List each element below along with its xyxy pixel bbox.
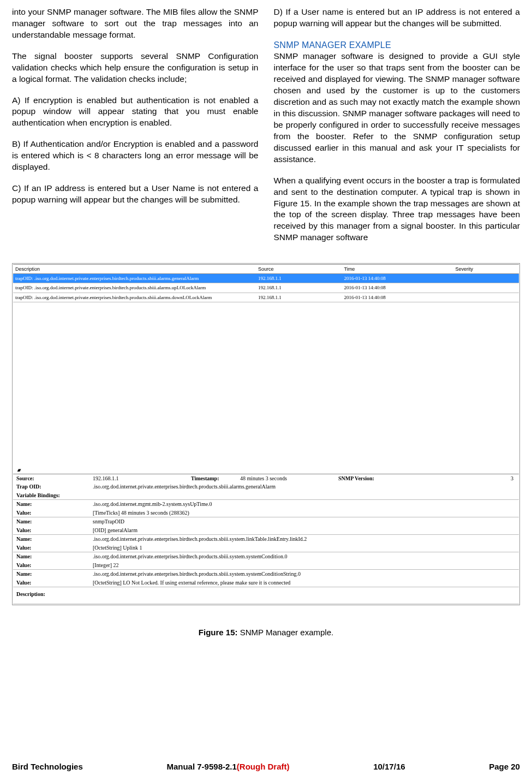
binding-name-value: .iso.org.dod.internet.private.enterprise… (89, 552, 519, 561)
footer-draft-tag: (Rough Draft) (237, 762, 290, 771)
binding-value-row: Value:[TimeTicks] 48 minutes 3 seconds (… (13, 509, 519, 517)
trap-cell: 192.168.1.1 (256, 293, 342, 302)
binding-name-label: Name: (13, 570, 89, 579)
paragraph: When a qualifying event occurs in the bo… (274, 175, 521, 244)
binding-name-value: .iso.org.dod.internet.private.enterprise… (89, 570, 519, 579)
binding-value-row: Value:[OID] generalAlarm (13, 526, 519, 535)
binding-name-row: Name:.iso.org.dod.internet.private.enter… (13, 552, 519, 561)
binding-value-value: [OctetString] LO Not Locked. If using ex… (89, 579, 519, 587)
binding-value-label: Value: (13, 561, 89, 570)
col-source[interactable]: Source (256, 265, 342, 274)
right-column: D) If a User name is entered but an IP a… (274, 7, 521, 253)
footer-company: Bird Technologies (12, 761, 83, 772)
splitter-handle-icon[interactable]: ▲ ▼ (16, 468, 20, 474)
binding-value-label: Value: (13, 509, 89, 517)
paragraph: into your SNMP manager software. The MIB… (12, 7, 259, 41)
trap-row[interactable]: trapOID: .iso.org.dod.internet.private.e… (13, 283, 519, 293)
trap-table: Description Source Time Severity trapOID… (13, 264, 519, 302)
trap-cell: 2016-01-13 14:40:08 (342, 293, 453, 302)
trap-oid-value: .iso.org.dod.internet.private.enterprise… (89, 482, 519, 491)
binding-value-label: Value: (13, 579, 89, 587)
figure-caption: Figure 15: SNMP Manager example. (12, 627, 520, 638)
trap-cell: trapOID: .iso.org.dod.internet.private.e… (13, 283, 256, 293)
trap-cell (453, 283, 519, 293)
footer-page: Page 20 (489, 761, 520, 772)
binding-name-row: Name:.iso.org.dod.internet.mgmt.mib-2.sy… (13, 500, 519, 509)
binding-value-row: Value:[Integer] 22 (13, 561, 519, 570)
binding-value-value: [OID] generalAlarm (89, 526, 519, 535)
list-item-b: B) If Authentication and/or Encryption i… (12, 139, 259, 173)
binding-value-value: [TimeTicks] 48 minutes 3 seconds (288362… (89, 509, 519, 517)
binding-name-row: Name:snmpTrapOID (13, 517, 519, 526)
binding-name-label: Name: (13, 552, 89, 561)
trap-row[interactable]: trapOID: .iso.org.dod.internet.private.e… (13, 293, 519, 302)
figure-caption-text: SNMP Manager example. (238, 628, 334, 637)
trap-table-empty-area: ▲ ▼ (13, 302, 519, 474)
timestamp-label: Timestamp: (188, 474, 237, 483)
list-item-d: D) If a User name is entered but an IP a… (274, 7, 521, 29)
binding-value-label: Value: (13, 544, 89, 552)
section-heading: SNMP MANAGER EXAMPLE (274, 39, 521, 51)
list-item-a: A) If encryption is enabled but authenti… (12, 95, 259, 129)
variable-bindings-label: Variable Bindings: (13, 491, 89, 500)
trap-cell: 2016-01-13 14:40:08 (342, 283, 453, 293)
list-item-c: C) If an IP address is entered but a Use… (12, 183, 259, 206)
trap-cell (453, 274, 519, 283)
trap-cell: trapOID: .iso.org.dod.internet.private.e… (13, 274, 256, 283)
page-footer: Bird Technologies Manual 7-9598-2.1(Roug… (12, 761, 520, 772)
paragraph: The signal booster supports several SNMP… (12, 51, 259, 85)
binding-value-row: Value:[OctetString] Uplink 1 (13, 544, 519, 552)
trap-oid-label: Trap OID: (13, 482, 89, 491)
paragraph: SNMP manager software is designed to pro… (274, 51, 521, 165)
binding-name-value: .iso.org.dod.internet.mgmt.mib-2.system.… (89, 500, 519, 509)
binding-name-value: .iso.org.dod.internet.private.enterprise… (89, 535, 519, 544)
trap-cell: 2016-01-13 14:40:08 (342, 274, 453, 283)
snmp-manager-screenshot: Description Source Time Severity trapOID… (12, 263, 520, 605)
footer-manual-number: Manual 7-9598-2.1 (166, 762, 236, 771)
timestamp-value: 48 minutes 3 seconds (237, 474, 335, 483)
source-label: Source: (13, 474, 89, 483)
footer-date: 10/17/16 (373, 761, 405, 772)
snmp-version-value: 3 (395, 474, 519, 483)
trap-table-header-row: Description Source Time Severity (13, 265, 519, 274)
trap-cell: trapOID: .iso.org.dod.internet.private.e… (13, 293, 256, 302)
left-column: into your SNMP manager software. The MIB… (12, 7, 259, 253)
trap-cell: 192.168.1.1 (256, 283, 342, 293)
trap-row[interactable]: trapOID: .iso.org.dod.internet.private.e… (13, 274, 519, 283)
binding-value-label: Value: (13, 526, 89, 535)
binding-name-row: Name:.iso.org.dod.internet.private.enter… (13, 570, 519, 579)
col-description[interactable]: Description (13, 265, 256, 274)
trap-cell (453, 293, 519, 302)
binding-name-label: Name: (13, 535, 89, 544)
source-value: 192.168.1.1 (89, 474, 188, 483)
binding-name-label: Name: (13, 517, 89, 526)
two-column-text: into your SNMP manager software. The MIB… (12, 7, 520, 253)
col-severity[interactable]: Severity (453, 265, 519, 274)
binding-name-label: Name: (13, 500, 89, 509)
trap-cell: 192.168.1.1 (256, 274, 342, 283)
binding-value-value: [OctetString] Uplink 1 (89, 544, 519, 552)
trap-detail-panel: Source: 192.168.1.1 Timestamp: 48 minute… (13, 474, 519, 604)
binding-value-row: Value:[OctetString] LO Not Locked. If us… (13, 579, 519, 587)
binding-name-value: snmpTrapOID (89, 517, 519, 526)
description-label: Description: (13, 587, 89, 604)
footer-manual: Manual 7-9598-2.1(Rough Draft) (166, 761, 289, 772)
snmp-version-label: SNMP Version: (335, 474, 395, 483)
figure-caption-number: Figure 15: (199, 628, 238, 637)
binding-value-value: [Integer] 22 (89, 561, 519, 570)
binding-name-row: Name:.iso.org.dod.internet.private.enter… (13, 535, 519, 544)
col-time[interactable]: Time (342, 265, 453, 274)
